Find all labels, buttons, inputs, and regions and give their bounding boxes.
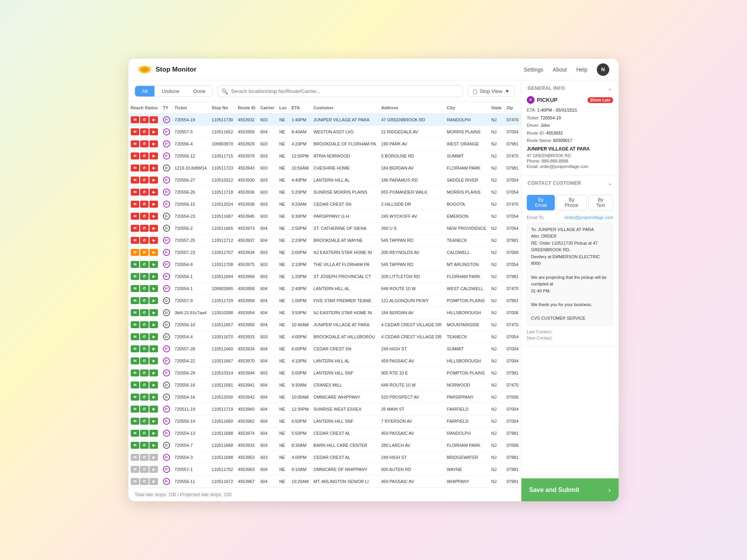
msg-btn[interactable]: ▶ bbox=[149, 466, 158, 473]
sms-btn[interactable]: ✉ bbox=[131, 369, 139, 376]
call-btn[interactable]: ✆ bbox=[140, 177, 149, 184]
msg-btn[interactable]: ▶ bbox=[149, 369, 158, 376]
table-row[interactable]: ✉ ✆ ▶ D1219.33.8d96f14110511723455394360… bbox=[128, 162, 521, 174]
call-btn[interactable]: ✆ bbox=[140, 369, 149, 376]
call-btn[interactable]: ✆ bbox=[140, 164, 149, 172]
msg-btn[interactable]: ▶ bbox=[149, 478, 158, 485]
sms-btn[interactable]: ✉ bbox=[131, 140, 139, 147]
msg-btn[interactable]: ▶ bbox=[149, 297, 158, 304]
call-btn[interactable]: ✆ bbox=[140, 454, 149, 461]
sms-btn[interactable]: ✉ bbox=[131, 249, 139, 256]
table-row[interactable]: ✉ ✆ ▶ P720557-281105116604553934604NE6:0… bbox=[128, 343, 521, 355]
call-btn[interactable]: ✆ bbox=[140, 261, 149, 268]
msg-btn[interactable]: ▶ bbox=[149, 333, 158, 340]
nav-help[interactable]: Help bbox=[576, 66, 587, 73]
sms-btn[interactable]: ✉ bbox=[131, 454, 139, 461]
table-row[interactable]: ✉ ✆ ▶ P720556-141105116604553962604NE6:5… bbox=[128, 415, 521, 427]
table-wrap[interactable]: Reach Status TY Ticket Stop No Route ID … bbox=[128, 102, 521, 488]
table-row[interactable]: ✉ ✆ ▶ D720556-101105116574553955604NE10:… bbox=[128, 319, 521, 331]
table-row[interactable]: ✉ ✆ ▶ P720557-51105116524553959604NE8:40… bbox=[128, 126, 521, 138]
sms-btn[interactable]: ✉ bbox=[131, 333, 139, 340]
msg-btn[interactable]: ▶ bbox=[149, 357, 158, 364]
table-row[interactable]: ✉ ✆ ▶ P720556-291105103144553944603NE5:0… bbox=[128, 367, 521, 379]
general-info-header[interactable]: GENERAL INFO ⌄ bbox=[521, 80, 619, 96]
tab-by-email[interactable]: By Email bbox=[527, 195, 555, 210]
sms-btn[interactable]: ✉ bbox=[131, 128, 139, 135]
sms-btn[interactable]: ✉ bbox=[131, 261, 139, 268]
table-row[interactable]: ✉ ✆ ▶ P720557-11105117024553963604NE9:10… bbox=[128, 464, 521, 476]
table-row[interactable]: ✉ ✆ ▶ P720557-231105117074553934603NE2:0… bbox=[128, 247, 521, 259]
sms-btn[interactable]: ✉ bbox=[131, 116, 139, 123]
table-row[interactable]: ✉ ✆ ▶ D3bf4.23.91c7aa4110510288455395460… bbox=[128, 307, 521, 319]
msg-btn[interactable]: ▶ bbox=[149, 261, 158, 268]
table-row[interactable]: ✉ ✆ ▶ D720554-41105116704553933603NE4:00… bbox=[128, 331, 521, 343]
call-btn[interactable]: ✆ bbox=[140, 430, 149, 437]
table-row[interactable]: ✉ ✆ ▶ D720556-161105116814553941604NE9:3… bbox=[128, 379, 521, 391]
msg-btn[interactable]: ▶ bbox=[149, 418, 158, 425]
call-btn[interactable]: ✆ bbox=[140, 466, 149, 473]
table-row[interactable]: ✉ ✆ ▶ P720556-111105116724553967604NE10:… bbox=[128, 476, 521, 488]
call-btn[interactable]: ✆ bbox=[140, 140, 149, 147]
table-row[interactable]: ✉ ✆ ▶ P720554-81105117084553975603NE2:10… bbox=[128, 259, 521, 271]
table-row[interactable]: ✉ ✆ ▶ P720554-11099039954553958604NE2:40… bbox=[128, 283, 521, 295]
call-btn[interactable]: ✆ bbox=[140, 273, 149, 280]
table-row[interactable]: ✉ ✆ ▶ P720556-41099038704553929603NE4:20… bbox=[128, 138, 521, 150]
table-row[interactable]: ✉ ✆ ▶ D720554-161105120304553942604NE10:… bbox=[128, 391, 521, 403]
msg-btn[interactable]: ▶ bbox=[149, 285, 158, 292]
table-row[interactable]: ✉ ✆ ▶ D720556-21105116654553973604NE2:50… bbox=[128, 222, 521, 234]
call-btn[interactable]: ✆ bbox=[140, 309, 149, 316]
call-btn[interactable]: ✆ bbox=[140, 237, 149, 244]
call-btn[interactable]: ✆ bbox=[140, 442, 149, 449]
sms-btn[interactable]: ✉ bbox=[131, 321, 139, 328]
call-btn[interactable]: ✆ bbox=[140, 285, 149, 292]
msg-btn[interactable]: ▶ bbox=[149, 454, 158, 461]
call-btn[interactable]: ✆ bbox=[140, 225, 149, 232]
msg-btn[interactable]: ▶ bbox=[149, 164, 158, 172]
msg-btn[interactable]: ▶ bbox=[149, 213, 158, 220]
table-row[interactable]: ✉ ✆ ▶ P720556-151105120244553938603NE9:2… bbox=[128, 198, 521, 210]
msg-btn[interactable]: ▶ bbox=[149, 406, 158, 413]
nav-settings[interactable]: Settings bbox=[524, 66, 544, 73]
call-btn[interactable]: ✆ bbox=[140, 249, 149, 256]
msg-btn[interactable]: ▶ bbox=[149, 442, 158, 449]
call-btn[interactable]: ✆ bbox=[140, 478, 149, 485]
msg-btn[interactable]: ▶ bbox=[149, 152, 158, 159]
sms-btn[interactable]: ✉ bbox=[131, 189, 139, 196]
view-button[interactable]: ▢ Stop View ▼ bbox=[468, 86, 515, 97]
sms-btn[interactable]: ✉ bbox=[131, 466, 139, 473]
table-row[interactable]: ✉ ✆ ▶ P720554-31105116984553953603NE4:00… bbox=[128, 452, 521, 464]
sms-btn[interactable]: ✉ bbox=[131, 285, 139, 292]
call-btn[interactable]: ✆ bbox=[140, 357, 149, 364]
call-btn[interactable]: ✆ bbox=[140, 382, 149, 388]
call-btn[interactable]: ✆ bbox=[140, 333, 149, 340]
msg-btn[interactable]: ▶ bbox=[149, 189, 158, 196]
sms-btn[interactable]: ✉ bbox=[131, 345, 139, 352]
sms-btn[interactable]: ✉ bbox=[131, 297, 139, 304]
call-btn[interactable]: ✆ bbox=[140, 128, 149, 135]
table-row[interactable]: ✉ ✆ ▶ P720556-261105117184553936603NE5:2… bbox=[128, 186, 521, 198]
table-row[interactable]: ✉ ✆ ▶ P720557-251105117124553937604NE2:2… bbox=[128, 234, 521, 247]
table-row[interactable]: ✉ ✆ ▶ P720511-191105117194553960604NE12:… bbox=[128, 403, 521, 415]
sms-btn[interactable]: ✉ bbox=[131, 478, 139, 485]
sms-btn[interactable]: ✉ bbox=[131, 152, 139, 159]
msg-btn[interactable]: ▶ bbox=[149, 273, 158, 280]
sms-btn[interactable]: ✉ bbox=[131, 237, 139, 244]
msg-btn[interactable]: ▶ bbox=[149, 201, 158, 208]
msg-btn[interactable]: ▶ bbox=[149, 394, 158, 401]
sms-btn[interactable]: ✉ bbox=[131, 442, 139, 449]
sms-btn[interactable]: ✉ bbox=[131, 225, 139, 232]
table-row[interactable]: ✉ ✆ ▶ D720554-231105116874553945603NE6:3… bbox=[128, 210, 521, 222]
msg-btn[interactable]: ▶ bbox=[149, 237, 158, 244]
table-row[interactable]: ✉ ✆ ▶ P720554-221105116674553970604NE4:1… bbox=[128, 355, 521, 367]
sms-btn[interactable]: ✉ bbox=[131, 201, 139, 208]
msg-btn[interactable]: ▶ bbox=[149, 309, 158, 316]
filter-all[interactable]: All bbox=[135, 86, 154, 96]
filter-undone[interactable]: Undone bbox=[154, 86, 186, 96]
msg-btn[interactable]: ▶ bbox=[149, 249, 158, 256]
nav-about[interactable]: About bbox=[553, 66, 567, 73]
msg-btn[interactable]: ▶ bbox=[149, 321, 158, 328]
msg-btn[interactable]: ▶ bbox=[149, 116, 158, 123]
table-row[interactable]: ✉ ✆ ▶ P720556-271105103124553930603NE4:4… bbox=[128, 174, 521, 186]
sms-btn[interactable]: ✉ bbox=[131, 382, 139, 388]
msg-btn[interactable]: ▶ bbox=[149, 128, 158, 135]
